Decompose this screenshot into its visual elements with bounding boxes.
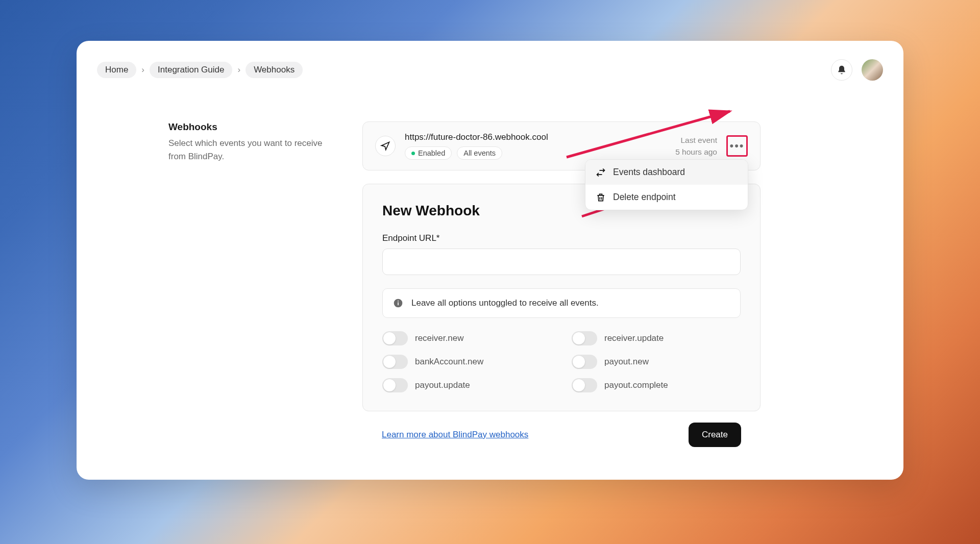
switch[interactable] [572, 378, 597, 392]
breadcrumb-webhooks[interactable]: Webhooks [246, 62, 303, 78]
webhook-more-button[interactable]: ••• [726, 135, 748, 157]
toggle-label: receiver.new [415, 333, 463, 343]
create-button[interactable]: Create [689, 423, 741, 447]
more-icon: ••• [729, 139, 744, 153]
switch[interactable] [382, 378, 408, 392]
info-text: Leave all options untoggled to receive a… [411, 298, 599, 308]
endpoint-url-input[interactable] [382, 249, 741, 275]
webhook-icon-circle [375, 136, 396, 156]
webhook-more-dropdown: Events dashboard Delete endpoint [585, 159, 748, 210]
breadcrumb: Home › Integration Guide › Webhooks [97, 62, 303, 78]
page-title: Webhooks [168, 121, 332, 133]
svg-rect-2 [398, 301, 399, 302]
dropdown-delete-endpoint[interactable]: Delete endpoint [585, 185, 748, 210]
last-event-time: 5 hours ago [675, 146, 717, 158]
events-toggle-grid: receiver.new receiver.update bankAccount… [382, 331, 741, 392]
webhook-url: https://future-doctor-86.webhook.cool [405, 132, 666, 142]
left-column: Webhooks Select which events you want to… [168, 121, 332, 447]
info-box: Leave all options untoggled to receive a… [382, 288, 741, 318]
toggle-payout-new: payout.new [572, 355, 741, 369]
toggle-label: receiver.update [604, 333, 664, 343]
webhook-last-event: Last event 5 hours ago [675, 134, 717, 158]
breadcrumb-integration-guide[interactable]: Integration Guide [150, 62, 232, 78]
toggle-payout-complete: payout.complete [572, 378, 741, 392]
page-subtitle: Select which events you want to receive … [168, 137, 332, 163]
swap-icon [596, 167, 606, 178]
status-dot-icon [411, 152, 415, 155]
switch[interactable] [382, 355, 408, 369]
toggle-payout-update: payout.update [382, 378, 551, 392]
new-webhook-panel: New Webhook Endpoint URL* Leave all opti… [362, 184, 761, 411]
toggle-label: payout.new [604, 357, 649, 367]
dropdown-item-label: Delete endpoint [613, 192, 676, 203]
scope-badge: All events [457, 146, 502, 160]
endpoint-url-label: Endpoint URL* [382, 233, 741, 243]
status-text: Enabled [418, 149, 445, 157]
learn-more-link[interactable]: Learn more about BlindPay webhooks [382, 430, 528, 440]
app-card: Home › Integration Guide › Webhooks Webh… [77, 41, 903, 480]
toggle-label: payout.complete [604, 380, 668, 390]
toggle-label: bankAccount.new [415, 357, 483, 367]
send-icon [380, 141, 390, 151]
content: Webhooks Select which events you want to… [97, 81, 883, 447]
breadcrumb-home[interactable]: Home [97, 62, 136, 78]
right-column: https://future-doctor-86.webhook.cool En… [362, 121, 761, 447]
trash-icon [596, 192, 606, 203]
switch[interactable] [572, 331, 597, 345]
info-icon [393, 298, 403, 308]
webhook-main: https://future-doctor-86.webhook.cool En… [405, 132, 666, 160]
dropdown-events-dashboard[interactable]: Events dashboard [585, 160, 748, 185]
switch[interactable] [382, 331, 408, 345]
topbar-right [831, 59, 883, 81]
last-event-label: Last event [675, 134, 717, 146]
switch[interactable] [572, 355, 597, 369]
bell-icon [837, 65, 847, 75]
webhook-badges: Enabled All events [405, 146, 666, 160]
toggle-label: payout.update [415, 380, 470, 390]
topbar: Home › Integration Guide › Webhooks [97, 59, 883, 81]
svg-rect-1 [398, 302, 399, 305]
notifications-button[interactable] [831, 59, 852, 81]
toggle-receiver-update: receiver.update [572, 331, 741, 345]
dropdown-item-label: Events dashboard [613, 167, 685, 178]
status-badge: Enabled [405, 146, 452, 160]
breadcrumb-separator: › [235, 65, 242, 75]
avatar[interactable] [862, 59, 883, 81]
breadcrumb-separator: › [139, 65, 146, 75]
toggle-bankaccount-new: bankAccount.new [382, 355, 551, 369]
toggle-receiver-new: receiver.new [382, 331, 551, 345]
panel-footer: Learn more about BlindPay webhooks Creat… [362, 423, 761, 447]
